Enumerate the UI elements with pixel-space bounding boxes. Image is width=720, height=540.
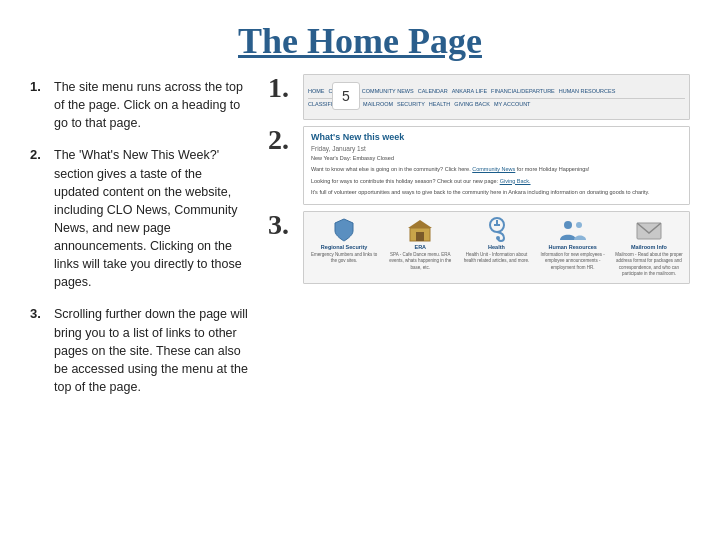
svg-rect-2 bbox=[416, 232, 424, 241]
list-text-1: The site menu runs across the top of the… bbox=[54, 78, 250, 132]
icon-item-health: Health Health Unit - Information about h… bbox=[460, 218, 532, 277]
nav-giving: GIVING BACK bbox=[454, 101, 490, 107]
content-area: 1. The site menu runs across the top of … bbox=[30, 70, 690, 520]
whats-new-text1: Want to know what else is going on in th… bbox=[311, 165, 682, 173]
list-number-1: 1. bbox=[30, 78, 46, 132]
security-sublabel: Emergency Numbers and links to the gov s… bbox=[308, 252, 380, 265]
icon-item-mailroom: Mailroom Info Mailroom - Read about the … bbox=[613, 218, 685, 277]
list-number-2: 2. bbox=[30, 146, 46, 291]
slide-number: 5 bbox=[332, 82, 360, 110]
hr-sublabel: Information for new employees - employee… bbox=[537, 252, 609, 271]
list-item-1: 1. The site menu runs across the top of … bbox=[30, 78, 250, 132]
nav-hr: HUMAN RESOURCES bbox=[559, 88, 616, 94]
whats-new-title: What's New this week bbox=[311, 132, 682, 142]
whats-new-event: New Year's Day: Embassy Closed bbox=[311, 154, 682, 162]
nav-account: MY ACCOUNT bbox=[494, 101, 531, 107]
nav-divider bbox=[308, 98, 685, 99]
section-label-2: 2. bbox=[268, 126, 298, 154]
nav-mailroom: MAILROOM bbox=[363, 101, 393, 107]
section-3-row: 3. Regional Security Emergency Numbers a… bbox=[268, 211, 690, 284]
mailroom-label: Mailroom Info bbox=[631, 244, 667, 250]
nav-financial: FINANCIAL/DEPARTURE bbox=[491, 88, 555, 94]
svg-point-7 bbox=[564, 221, 572, 229]
nav-community: COMMUNITY NEWS bbox=[362, 88, 414, 94]
section-2-row: 2. What's New this week Friday, January … bbox=[268, 126, 690, 205]
page-container: The Home Page 5 1. The site menu runs ac… bbox=[0, 0, 720, 540]
era-sublabel: SPA - Cafe Dance menu. ERA events, whats… bbox=[384, 252, 456, 271]
list-item-2: 2. The 'What's New This Week?' section g… bbox=[30, 146, 250, 291]
section-label-3: 3. bbox=[268, 211, 298, 239]
people-icon bbox=[559, 218, 587, 242]
mailroom-sublabel: Mailroom - Read about the proper address… bbox=[613, 252, 685, 277]
whats-new-mock: What's New this week Friday, January 1st… bbox=[303, 126, 690, 205]
section-label-1: 1. bbox=[268, 74, 298, 102]
shield-icon bbox=[330, 218, 358, 242]
hr-label: Human Resources bbox=[549, 244, 597, 250]
icon-item-era: ERA SPA - Cafe Dance menu. ERA events, w… bbox=[384, 218, 456, 277]
security-label: Regional Security bbox=[321, 244, 367, 250]
era-label: ERA bbox=[414, 244, 426, 250]
right-panel: 1. HOME CLO NEWS COMMUNITY NEWS CALENDAR… bbox=[268, 70, 690, 520]
icon-item-security: Regional Security Emergency Numbers and … bbox=[308, 218, 380, 277]
svg-point-6 bbox=[496, 236, 500, 240]
health-sublabel: Health Unit - Information about health r… bbox=[460, 252, 532, 265]
list-number-3: 3. bbox=[30, 305, 46, 396]
svg-point-8 bbox=[576, 222, 582, 228]
whats-new-link1[interactable]: Community News bbox=[472, 166, 515, 172]
list-item-3: 3. Scrolling further down the page will … bbox=[30, 305, 250, 396]
nav-home: HOME bbox=[308, 88, 325, 94]
page-title: The Home Page bbox=[30, 20, 690, 62]
whats-new-text2: Looking for ways to contribute this holi… bbox=[311, 177, 682, 185]
list-text-2: The 'What's New This Week?' section give… bbox=[54, 146, 250, 291]
nav-bar-mock: HOME CLO NEWS COMMUNITY NEWS CALENDAR AN… bbox=[303, 74, 690, 120]
whats-new-date: Friday, January 1st bbox=[311, 145, 682, 152]
nav-security: SECURITY bbox=[397, 101, 425, 107]
nav-health: HEALTH bbox=[429, 101, 450, 107]
store-icon bbox=[406, 218, 434, 242]
whats-new-link2[interactable]: Giving Back. bbox=[500, 178, 531, 184]
nav-top-row: HOME CLO NEWS COMMUNITY NEWS CALENDAR AN… bbox=[308, 88, 685, 94]
envelope-icon bbox=[635, 218, 663, 242]
left-panel: 1. The site menu runs across the top of … bbox=[30, 70, 250, 520]
nav-ankara: ANKARA LIFE bbox=[452, 88, 487, 94]
nav-calendar: CALENDAR bbox=[418, 88, 448, 94]
list-text-3: Scrolling further down the page will bri… bbox=[54, 305, 250, 396]
icon-item-hr: Human Resources Information for new empl… bbox=[537, 218, 609, 277]
icons-section: Regional Security Emergency Numbers and … bbox=[303, 211, 690, 284]
stethoscope-icon bbox=[483, 218, 511, 242]
whats-new-text3: It's full of volunteer opportunities and… bbox=[311, 188, 682, 196]
health-label: Health bbox=[488, 244, 505, 250]
nav-bottom-row: CLASSIFIEDS ERA MAILROOM SECURITY HEALTH… bbox=[308, 101, 685, 107]
svg-marker-1 bbox=[408, 220, 432, 228]
